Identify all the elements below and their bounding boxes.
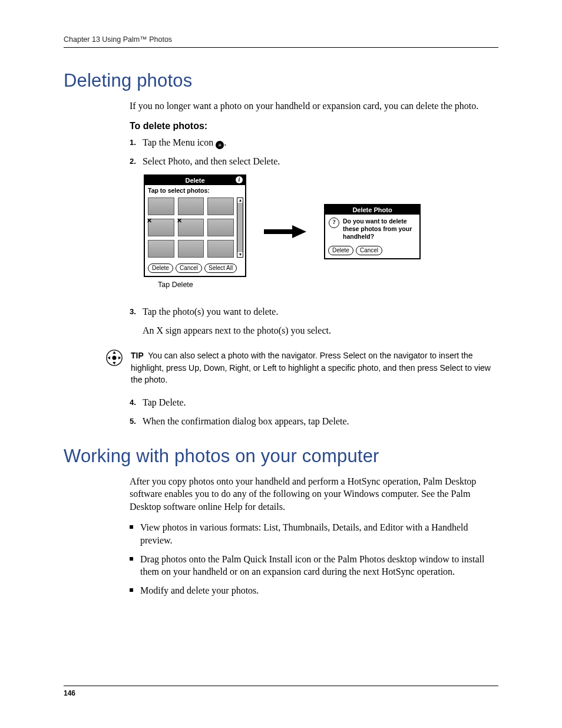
running-head: Chapter 13 Using Palm™ Photos <box>64 35 498 48</box>
scrollbar: ▴ ▾ <box>237 197 243 258</box>
intro-paragraph: If you no longer want a photo on your ha… <box>130 100 498 113</box>
subhead-to-delete: To delete photos: <box>130 121 498 131</box>
step-3: 3. Tap the photo(s) you want to delete. … <box>130 305 498 337</box>
svg-rect-0 <box>264 229 292 234</box>
step-3-text: Tap the photo(s) you want to delete. <box>143 307 278 317</box>
bullet-text: Modify and delete your photos. <box>140 584 259 597</box>
svg-point-3 <box>113 356 117 360</box>
dialog-delete-button: Delete <box>328 246 353 255</box>
step-4-text: Tap Delete. <box>143 396 498 409</box>
step-1-text-a: Tap the Menu icon <box>143 137 216 147</box>
figure-row: Delete i Tap to select photos: <box>144 174 498 289</box>
palm-delete-screen: Delete i Tap to select photos: <box>144 174 246 277</box>
step-number: 4. <box>130 396 143 408</box>
cancel-button: Cancel <box>176 263 202 273</box>
photo-thumbnail <box>178 197 204 215</box>
svg-marker-1 <box>292 225 306 238</box>
bullet-item: Modify and delete your photos. <box>130 584 498 597</box>
bullet-item: Drag photos onto the Palm Quick Install … <box>130 553 498 578</box>
palm-screen-subtitle: Tap to select photos: <box>145 185 245 195</box>
question-icon: ? <box>329 218 339 228</box>
photo-thumbnail <box>207 240 234 258</box>
page-number: 146 <box>64 686 498 697</box>
step-number: 1. <box>130 136 143 148</box>
step-2-text: Select Photo, and then select Delete. <box>143 155 498 168</box>
photo-thumbnail <box>178 240 204 258</box>
navigator-icon <box>106 350 123 368</box>
svg-marker-5 <box>113 362 115 364</box>
heading-deleting-photos: Deleting photos <box>64 70 498 91</box>
palm-screen-title: Delete i <box>145 176 245 185</box>
step-number: 3. <box>130 305 143 317</box>
palm-confirm-dialog: Delete Photo ? Do you want to delete the… <box>324 204 421 259</box>
figure-caption: Tap Delete <box>158 281 246 289</box>
bullet-text: View photos in various formats: List, Th… <box>140 521 498 546</box>
scroll-up-icon: ▴ <box>239 198 242 203</box>
step-1-text-b: . <box>224 137 226 147</box>
arrow-icon <box>264 225 306 238</box>
step-1: 1. Tap the Menu icon ≡. <box>130 136 498 149</box>
bullet-icon <box>130 584 140 592</box>
step-4: 4. Tap Delete. <box>130 396 498 409</box>
step-5: 5. When the confirmation dialog box appe… <box>130 415 498 428</box>
svg-marker-4 <box>113 351 115 354</box>
tip-text: You can also select a photo with the nav… <box>131 351 491 384</box>
bullet-icon <box>130 553 140 561</box>
photo-thumbnail <box>148 197 174 215</box>
svg-marker-6 <box>108 357 110 360</box>
info-icon: i <box>236 176 243 183</box>
svg-marker-7 <box>118 357 121 360</box>
step-number: 2. <box>130 155 143 167</box>
bullet-item: View photos in various formats: List, Th… <box>130 521 498 546</box>
step-number: 5. <box>130 415 143 427</box>
tip-label: TIP <box>131 351 144 360</box>
photo-thumbnail <box>207 219 234 236</box>
tip-block: TIP You can also select a photo with the… <box>131 350 498 386</box>
step-2: 2. Select Photo, and then select Delete. <box>130 155 498 168</box>
scroll-down-icon: ▾ <box>239 252 242 257</box>
thumbnail-grid <box>145 195 237 261</box>
photo-thumbnail <box>207 197 234 215</box>
photo-thumbnail <box>178 219 204 236</box>
page: Chapter 13 Using Palm™ Photos Deleting p… <box>0 0 562 728</box>
section2-intro: After you copy photos onto your handheld… <box>130 475 498 513</box>
step-3-note: An X sign appears next to the photo(s) y… <box>143 324 498 337</box>
menu-icon: ≡ <box>216 141 224 149</box>
dialog-title: Delete Photo <box>325 205 419 215</box>
dialog-cancel-button: Cancel <box>356 246 382 255</box>
delete-button: Delete <box>148 263 173 273</box>
step-5-text: When the confirmation dialog box appears… <box>143 415 498 428</box>
photo-thumbnail <box>148 240 174 258</box>
heading-working-with-photos: Working with photos on your computer <box>64 446 498 467</box>
select-all-button: Select All <box>204 263 237 273</box>
bullet-text: Drag photos onto the Palm Quick Install … <box>140 553 498 578</box>
dialog-text: Do you want to delete these photos from … <box>343 218 416 241</box>
bullet-icon <box>130 521 140 529</box>
photo-thumbnail <box>148 219 174 236</box>
